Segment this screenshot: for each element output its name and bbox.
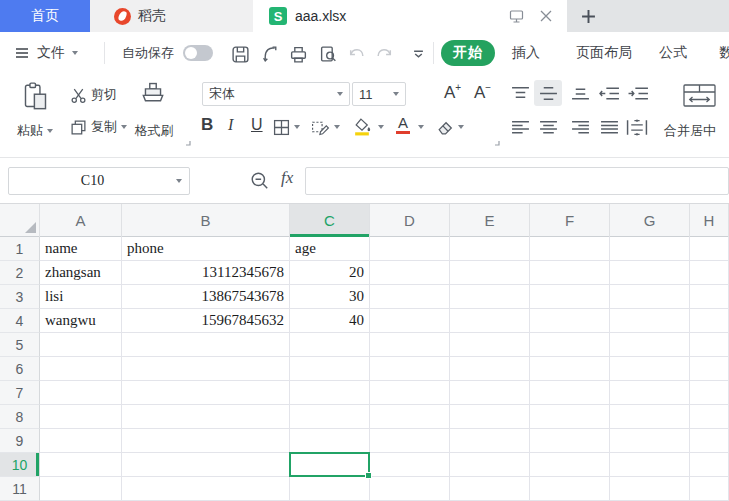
cell-H5[interactable] — [690, 333, 729, 357]
cell-G8[interactable] — [610, 405, 690, 429]
cell-C9[interactable] — [290, 429, 370, 453]
cell-G6[interactable] — [610, 357, 690, 381]
cell-E7[interactable] — [450, 381, 530, 405]
cell-D8[interactable] — [370, 405, 450, 429]
ribbon-tab-insert[interactable]: 插入 — [512, 32, 540, 74]
cell-E5[interactable] — [450, 333, 530, 357]
cell-G11[interactable] — [610, 477, 690, 501]
justify-button[interactable] — [600, 120, 619, 135]
align-left-button[interactable] — [511, 120, 530, 135]
caret-down-icon[interactable] — [378, 125, 384, 129]
ribbon-tab-home[interactable]: 开始 — [441, 40, 495, 66]
align-center-button[interactable] — [539, 120, 558, 135]
caret-down-icon[interactable] — [418, 125, 424, 129]
decrease-font-size-button[interactable]: A− — [474, 82, 491, 103]
align-right-button[interactable] — [571, 120, 590, 135]
column-header-C[interactable]: C — [290, 204, 370, 237]
save-button[interactable] — [230, 44, 250, 64]
ribbon-tab-page-layout[interactable]: 页面布局 — [576, 32, 632, 74]
close-tab-icon[interactable] — [539, 9, 553, 23]
row-header-7[interactable]: 7 — [0, 381, 40, 405]
cell-F9[interactable] — [530, 429, 610, 453]
cell-D4[interactable] — [370, 309, 450, 333]
cell-D9[interactable] — [370, 429, 450, 453]
insert-function-button[interactable]: fx — [281, 168, 293, 188]
column-header-A[interactable]: A — [40, 204, 122, 237]
cell-C8[interactable] — [290, 405, 370, 429]
cell-E1[interactable] — [450, 237, 530, 261]
cell-E9[interactable] — [450, 429, 530, 453]
row-header-3[interactable]: 3 — [0, 285, 40, 309]
format-painter-button[interactable] — [138, 80, 168, 114]
cell-H8[interactable] — [690, 405, 729, 429]
fill-handle[interactable] — [365, 472, 372, 479]
cell-A4[interactable]: wangwu — [40, 309, 122, 333]
ribbon-tab-formulas[interactable]: 公式 — [659, 32, 687, 74]
cell-F11[interactable] — [530, 477, 610, 501]
font-size-select[interactable]: 11 — [352, 82, 406, 106]
select-all-corner[interactable] — [0, 204, 40, 237]
cell-A3[interactable]: lisi — [40, 285, 122, 309]
font-color-button[interactable]: A — [396, 116, 410, 134]
autosave-toggle[interactable] — [183, 45, 213, 61]
cell-G9[interactable] — [610, 429, 690, 453]
row-header-8[interactable]: 8 — [0, 405, 40, 429]
cell-F2[interactable] — [530, 261, 610, 285]
new-tab-button[interactable] — [576, 5, 600, 27]
cell-F7[interactable] — [530, 381, 610, 405]
wrap-text-button[interactable] — [626, 119, 648, 136]
cell-D10[interactable] — [370, 453, 450, 477]
cell-C5[interactable] — [290, 333, 370, 357]
cell-H7[interactable] — [690, 381, 729, 405]
cell-D2[interactable] — [370, 261, 450, 285]
row-header-4[interactable]: 4 — [0, 309, 40, 333]
cell-D7[interactable] — [370, 381, 450, 405]
cell-H6[interactable] — [690, 357, 729, 381]
cell-C7[interactable] — [290, 381, 370, 405]
cell-C11[interactable] — [290, 477, 370, 501]
cell-F3[interactable] — [530, 285, 610, 309]
row-header-2[interactable]: 2 — [0, 261, 40, 285]
cell-A5[interactable] — [40, 333, 122, 357]
selected-cell-outline[interactable] — [289, 452, 370, 477]
cell-A8[interactable] — [40, 405, 122, 429]
cell-A2[interactable]: zhangsan — [40, 261, 122, 285]
column-header-H[interactable]: H — [690, 204, 729, 237]
cell-A11[interactable] — [40, 477, 122, 501]
cell-B4[interactable]: 15967845632 — [122, 309, 290, 333]
cell-H3[interactable] — [690, 285, 729, 309]
column-header-D[interactable]: D — [370, 204, 450, 237]
cell-D11[interactable] — [370, 477, 450, 501]
redo-button[interactable] — [374, 44, 394, 64]
monitor-icon[interactable] — [508, 8, 525, 24]
borders-button[interactable] — [273, 119, 290, 136]
cell-F5[interactable] — [530, 333, 610, 357]
cell-B8[interactable] — [122, 405, 290, 429]
paste-button[interactable] — [20, 80, 50, 114]
cell-E3[interactable] — [450, 285, 530, 309]
paste-dropdown[interactable]: 粘贴 — [6, 122, 64, 140]
cell-G2[interactable] — [610, 261, 690, 285]
cell-G10[interactable] — [610, 453, 690, 477]
cell-D3[interactable] — [370, 285, 450, 309]
cell-D6[interactable] — [370, 357, 450, 381]
cell-C4[interactable]: 40 — [290, 309, 370, 333]
increase-font-size-button[interactable]: A+ — [444, 82, 461, 103]
font-name-select[interactable]: 宋体 — [202, 82, 350, 106]
cell-B3[interactable]: 13867543678 — [122, 285, 290, 309]
cell-F6[interactable] — [530, 357, 610, 381]
column-header-B[interactable]: B — [122, 204, 290, 237]
column-header-E[interactable]: E — [450, 204, 530, 237]
cell-B9[interactable] — [122, 429, 290, 453]
caret-down-icon[interactable] — [294, 125, 300, 129]
merge-center-button[interactable] — [683, 84, 717, 108]
cell-A1[interactable]: name — [40, 237, 122, 261]
tab-docer[interactable]: 稻壳 — [90, 0, 253, 32]
cell-H11[interactable] — [690, 477, 729, 501]
tab-home[interactable]: 首页 — [0, 0, 90, 32]
cell-F8[interactable] — [530, 405, 610, 429]
cell-B7[interactable] — [122, 381, 290, 405]
cell-C3[interactable]: 30 — [290, 285, 370, 309]
cell-D1[interactable] — [370, 237, 450, 261]
draw-border-button[interactable] — [311, 118, 330, 137]
